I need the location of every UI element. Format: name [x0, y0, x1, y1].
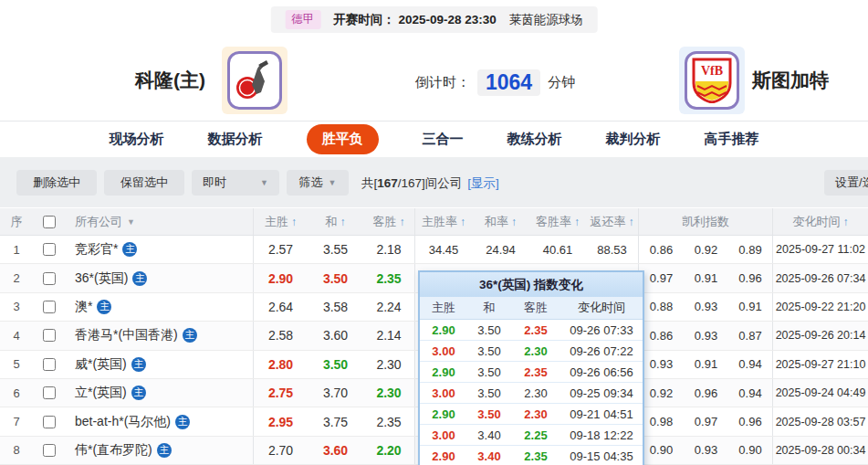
company-cell[interactable]: 竞彩官*主 [66, 236, 254, 263]
header-company-label: 所有公司 [75, 214, 122, 230]
company-cell[interactable]: 威*(英国)主 [66, 351, 254, 378]
change-time: 2025-09-28 00:34 [773, 437, 868, 464]
draw-odds[interactable]: 3.60 [308, 437, 363, 464]
kelly-1: 0.97 [639, 264, 684, 291]
away-odds[interactable]: 2.20 [363, 437, 415, 464]
away-odds[interactable]: 2.35 [363, 264, 415, 291]
row-checkbox[interactable] [43, 358, 56, 371]
home-odds[interactable]: 2.95 [254, 407, 308, 435]
popup-draw-odds: 3.40 [467, 449, 511, 463]
row-seq: 6 [0, 379, 33, 407]
home-odds[interactable]: 2.75 [254, 379, 308, 407]
row-checkbox[interactable] [43, 416, 56, 428]
filter-dropdown[interactable]: 筛选 ▼ [287, 170, 349, 196]
header-company[interactable]: 所有公司▼ [66, 208, 254, 235]
settings-label: 设置/选择 [835, 174, 868, 191]
draw-odds[interactable]: 3.58 [308, 293, 363, 321]
show-link[interactable]: [显示] [467, 176, 499, 190]
nav-tab-1[interactable]: 现场分析 [110, 124, 164, 154]
nav-tab-4[interactable]: 三合一 [423, 124, 464, 154]
row-checkbox[interactable] [43, 386, 56, 399]
away-odds[interactable]: 2.30 [363, 351, 415, 378]
host-badge-icon: 主 [122, 242, 137, 257]
draw-odds[interactable]: 3.50 [308, 264, 363, 291]
home-odds[interactable]: 2.90 [254, 264, 308, 291]
company-cell[interactable]: 澳*主 [66, 293, 254, 321]
countdown-label: 倒计时： [415, 74, 470, 91]
countdown: 倒计时： 1064 分钟 [415, 69, 575, 96]
header-away-odds[interactable]: 客胜↑ [363, 208, 415, 235]
nav-tab-3[interactable]: 胜平负 [307, 124, 379, 154]
change-time: 2025-09-22 21:20 [773, 293, 868, 321]
home-odds[interactable]: 2.64 [254, 293, 308, 321]
time-filter-dropdown[interactable]: 即时 ▼ [192, 170, 279, 196]
row-checkbox-cell [33, 264, 66, 291]
header-home-odds[interactable]: 主胜↑ [254, 208, 308, 235]
company-cell[interactable]: 香港马*(中国香港)主 [66, 322, 254, 349]
kelly-1: 0.86 [639, 322, 684, 349]
settings-button[interactable]: 设置/选择 [824, 170, 868, 196]
home-odds[interactable]: 2.58 [254, 322, 308, 349]
kelly-2: 0.92 [684, 236, 728, 263]
draw-odds[interactable]: 3.70 [308, 379, 363, 407]
away-odds[interactable]: 2.14 [363, 322, 415, 349]
keep-selected-button[interactable]: 保留选中 [104, 170, 184, 196]
home-odds[interactable]: 2.70 [254, 437, 308, 464]
popup-change-time: 09-15 04:35 [560, 449, 643, 463]
row-checkbox[interactable] [43, 444, 56, 457]
row-checkbox[interactable] [43, 243, 56, 256]
away-rate: 40.61 [529, 236, 586, 263]
popup-change-time: 09-18 12:22 [560, 428, 643, 442]
company-cell[interactable]: 36*(英国)主 [66, 264, 254, 291]
company-name: 澳*主 [75, 299, 111, 315]
header-draw-odds[interactable]: 和↑ [308, 208, 363, 235]
row-checkbox[interactable] [43, 301, 56, 313]
host-badge-icon: 主 [157, 443, 172, 458]
sort-up-icon: ↑ [629, 216, 634, 228]
home-odds[interactable]: 2.80 [254, 351, 308, 378]
header-return-rate[interactable]: 返还率↑ [586, 208, 639, 235]
draw-odds[interactable]: 3.60 [308, 322, 363, 349]
away-odds[interactable]: 2.24 [363, 293, 415, 321]
delete-selected-button[interactable]: 删除选中 [16, 170, 97, 196]
away-odds[interactable]: 2.18 [363, 236, 415, 263]
header-home-rate[interactable]: 主胜率↑ [415, 208, 472, 235]
popup-away-odds: 2.35 [511, 365, 560, 379]
odds-comparison-page: 德甲 开赛时间： 2025-09-28 23:30 莱茵能源球场 科隆(主) 倒… [0, 0, 868, 465]
svg-text:VfB: VfB [701, 64, 723, 78]
away-odds[interactable]: 2.35 [363, 407, 415, 435]
nav-tab-5[interactable]: 教练分析 [507, 124, 562, 154]
popup-change-time: 09-26 07:33 [560, 323, 643, 337]
popup-away-odds: 2.35 [511, 323, 560, 337]
popup-header-draw: 和 [467, 300, 511, 316]
summary-prefix: 共[ [361, 176, 377, 190]
row-checkbox[interactable] [43, 272, 56, 285]
kelly-2: 0.93 [684, 437, 728, 464]
company-cell[interactable]: 伟*(直布罗陀)主 [66, 437, 254, 464]
row-checkbox[interactable] [43, 329, 56, 342]
kelly-2: 0.91 [684, 264, 728, 291]
match-info-strip: 德甲 开赛时间： 2025-09-28 23:30 莱茵能源球场 [270, 6, 598, 33]
header-away-rate[interactable]: 客胜率↑ [529, 208, 586, 235]
sort-up-icon: ↑ [340, 216, 346, 228]
nav-tab-2[interactable]: 数据分析 [208, 124, 263, 154]
top-bar: 德甲 开赛时间： 2025-09-28 23:30 莱茵能源球场 [0, 0, 868, 38]
kelly-1: 0.88 [639, 293, 684, 321]
away-team-name: 斯图加特 [752, 68, 829, 93]
company-cell[interactable]: bet-at-h*(马尔他)主 [66, 407, 254, 435]
company-name: 威*(英国)主 [75, 356, 146, 373]
header-draw-rate[interactable]: 和率↑ [472, 208, 529, 235]
select-all-checkbox[interactable] [43, 216, 56, 228]
company-cell[interactable]: 立*(英国)主 [66, 379, 254, 407]
draw-odds[interactable]: 3.55 [308, 236, 363, 263]
draw-odds[interactable]: 3.75 [308, 407, 363, 435]
nav-tab-7[interactable]: 高手推荐 [705, 124, 759, 154]
away-odds[interactable]: 2.30 [363, 379, 415, 407]
nav-tab-6[interactable]: 裁判分析 [606, 124, 661, 154]
draw-odds[interactable]: 3.50 [308, 351, 363, 378]
header-change-time-label: 变化时间 [793, 214, 841, 230]
header-change-time[interactable]: 变化时间↑ [773, 208, 868, 235]
popup-header-away: 客胜 [511, 300, 560, 316]
host-badge-icon: 主 [131, 386, 146, 400]
home-odds[interactable]: 2.57 [254, 236, 308, 263]
